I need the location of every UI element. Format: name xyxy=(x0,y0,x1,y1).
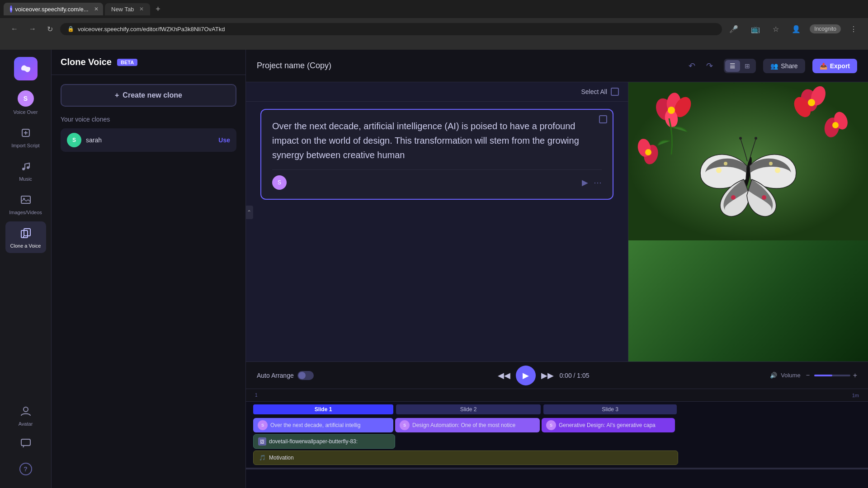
nav-right: 🎤 📺 ☆ 👤 Incognito ⋮ xyxy=(726,23,861,35)
card-checkbox[interactable] xyxy=(599,115,607,123)
top-bar-right: ↶ ↷ ☰ ⊞ 👥 Share 📤 Export xyxy=(685,59,857,73)
one-minute-label: 1m xyxy=(852,393,859,398)
voice-clip-2[interactable]: S Design Automation: One of the most not… xyxy=(395,418,540,432)
redo-button[interactable]: ↷ xyxy=(703,59,717,73)
select-all[interactable]: Select All xyxy=(581,88,619,96)
mic-icon[interactable]: 🎤 xyxy=(726,23,742,35)
help-section[interactable]: ? xyxy=(5,457,46,481)
app-logo[interactable] xyxy=(14,57,38,80)
music-clip[interactable]: 🎵 Motivation xyxy=(253,450,678,465)
star-icon[interactable]: ☆ xyxy=(769,23,783,35)
main-content: Project name (Copy) ↶ ↷ ☰ ⊞ 👥 Share 📤 Ex… xyxy=(246,50,868,488)
forward-btn[interactable]: → xyxy=(25,23,40,35)
playback-controls: ◀◀ ▶ ▶▶ 0:00 / 1:05 xyxy=(498,366,589,385)
export-button[interactable]: 📤 Export xyxy=(812,59,857,73)
tab2-label: New Tab xyxy=(111,6,134,13)
browser-tabs: S voiceover.speechify.com/e... ✕ New Tab… xyxy=(0,0,868,18)
voice-clips: S Over the next decade, artificial intel… xyxy=(253,418,861,432)
menu-icon[interactable]: ⋮ xyxy=(846,23,861,35)
card-actions: ▶ ⋯ xyxy=(582,178,602,188)
sidebar-item-music[interactable]: Music xyxy=(5,155,46,186)
image-clips: 🖼 dovetail-flowerwallpaper-butterfly-83: xyxy=(253,434,861,449)
share-icon: 👥 xyxy=(770,62,778,70)
voice-clip-3[interactable]: S Generative Design: AI's generative cap… xyxy=(542,418,675,432)
zoom-in-icon[interactable]: + xyxy=(853,371,857,380)
skip-forward-btn[interactable]: ▶▶ xyxy=(541,371,554,380)
voice-clone-item: S sarah Use xyxy=(61,128,236,152)
sidebar-item-clone-voice[interactable]: Clone a Voice xyxy=(5,221,46,253)
toggle-knob xyxy=(298,372,306,379)
svg-point-20 xyxy=(808,99,815,106)
sidebar-item-avatar[interactable]: Avatar xyxy=(5,399,46,431)
undo-button[interactable]: ↶ xyxy=(685,59,699,73)
svg-point-29 xyxy=(724,162,727,165)
select-all-checkbox[interactable] xyxy=(611,88,619,96)
text-card[interactable]: Over the next decade, artificial intelli… xyxy=(260,109,613,200)
sarah-avatar: S xyxy=(67,133,81,147)
address-bar[interactable]: 🔒 voiceover.speechify.com/editor/fWZKhPa… xyxy=(60,23,722,35)
time-display: 0:00 / 1:05 xyxy=(559,372,589,379)
second-tab[interactable]: New Tab ✕ xyxy=(105,3,150,15)
beta-badge: BETA xyxy=(117,59,137,66)
content-area: Select All ⌃ Over the next decade, artif… xyxy=(246,82,868,361)
img-clip[interactable]: 🖼 dovetail-flowerwallpaper-butterfly-83: xyxy=(253,434,395,449)
select-all-label: Select All xyxy=(581,88,607,95)
img-icon: 🖼 xyxy=(258,437,266,446)
tab-favicon: S xyxy=(10,5,12,13)
image-track-row: 🖼 dovetail-flowerwallpaper-butterfly-83: xyxy=(246,433,868,450)
volume-icon: 🔊 xyxy=(770,372,777,379)
new-tab-btn[interactable]: + xyxy=(152,5,164,14)
browser-chrome: S voiceover.speechify.com/e... ✕ New Tab… xyxy=(0,0,868,50)
app: S Voice Over Import Script Music Images/… xyxy=(0,50,868,488)
active-tab[interactable]: S voiceover.speechify.com/e... ✕ xyxy=(4,3,103,15)
playback-bar: Auto Arrange ◀◀ ▶ ▶▶ 0:00 / 1:05 🔊 Volum… xyxy=(246,361,868,389)
export-label: Export xyxy=(830,62,850,70)
grid-view-btn[interactable]: ⊞ xyxy=(740,60,755,72)
list-view-btn[interactable]: ☰ xyxy=(725,60,740,72)
help-icon[interactable]: ? xyxy=(19,463,32,475)
slide2-label[interactable]: Slide 2 xyxy=(396,404,541,414)
zoom-out-icon[interactable]: － xyxy=(804,371,811,380)
sidebar-label-images: Images/Videos xyxy=(9,210,42,215)
clip3-avatar: S xyxy=(546,420,556,430)
refresh-btn[interactable]: ↻ xyxy=(43,23,57,35)
sidebar-item-chat[interactable] xyxy=(5,431,46,457)
create-clone-button[interactable]: + Create new clone xyxy=(61,84,236,107)
voice-clip-1[interactable]: S Over the next decade, artificial intel… xyxy=(253,418,393,432)
card-more-btn[interactable]: ⋯ xyxy=(594,178,602,188)
auto-arrange-toggle[interactable] xyxy=(297,371,314,380)
tab-close-btn[interactable]: ✕ xyxy=(94,6,99,12)
project-name[interactable]: Project name (Copy) xyxy=(257,61,331,70)
use-voice-button[interactable]: Use xyxy=(218,136,230,144)
collapse-panel-btn[interactable]: ⌃ xyxy=(246,206,253,219)
import-script-icon xyxy=(19,126,33,140)
volume-label: Volume xyxy=(781,372,800,379)
sidebar-label-clone: Clone a Voice xyxy=(10,243,41,249)
share-button[interactable]: 👥 Share xyxy=(763,59,805,73)
cast-icon[interactable]: 📺 xyxy=(747,23,764,35)
browser-nav: ← → ↻ 🔒 voiceover.speechify.com/editor/f… xyxy=(0,18,868,40)
editor-panel: Select All ⌃ Over the next decade, artif… xyxy=(246,82,628,361)
timeline-area: 1 1m Slide 1 Slide 2 Slide 3 S Over the … xyxy=(246,389,868,488)
clip3-text: Generative Design: AI's generative capa xyxy=(559,422,656,428)
svg-point-23 xyxy=(832,122,839,128)
skip-back-btn[interactable]: ◀◀ xyxy=(498,371,510,380)
profile-icon[interactable]: 👤 xyxy=(788,23,804,35)
music-clips: 🎵 Motivation xyxy=(253,450,861,465)
view-toggle: ☰ ⊞ xyxy=(724,59,756,73)
card-play-btn[interactable]: ▶ xyxy=(582,178,588,188)
play-pause-btn[interactable]: ▶ xyxy=(516,366,536,385)
lock-icon: 🔒 xyxy=(67,26,74,32)
preview-image xyxy=(628,82,868,361)
tab2-close-btn[interactable]: ✕ xyxy=(139,6,144,12)
sidebar-item-import-script[interactable]: Import Script xyxy=(5,121,46,153)
back-btn[interactable]: ← xyxy=(7,23,22,35)
slide3-label[interactable]: Slide 3 xyxy=(543,404,677,414)
sidebar-item-voice-over[interactable]: S Voice Over xyxy=(5,86,46,119)
card-voice-avatar: S xyxy=(272,175,287,190)
sidebar-item-images-videos[interactable]: Images/Videos xyxy=(5,188,46,220)
svg-point-34 xyxy=(739,137,742,140)
timeline-progress[interactable] xyxy=(246,468,868,469)
slide1-label[interactable]: Slide 1 xyxy=(253,404,393,414)
auto-arrange: Auto Arrange xyxy=(257,371,314,380)
